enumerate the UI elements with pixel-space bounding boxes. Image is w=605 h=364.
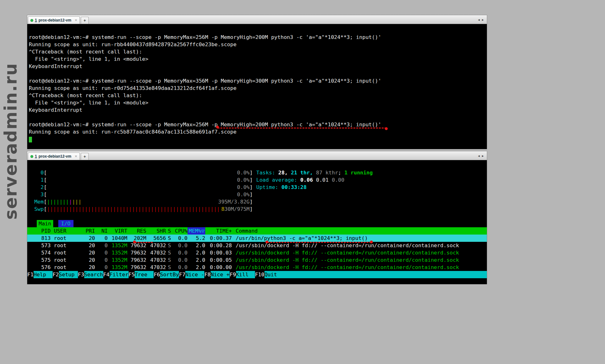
meter-value: 395M/3.82G [218, 198, 250, 205]
annotation-underline-res [135, 242, 153, 243]
column-header-user[interactable]: USER [51, 227, 82, 235]
tab-title: prox-debian12-vm [39, 18, 71, 22]
fn-tree-button[interactable]: F5Tree [129, 271, 154, 278]
tab-bar-top: 1 prox-debian12-vm × + ◂ ▸ [27, 15, 487, 24]
meter-value: 30M/975M [225, 206, 250, 212]
fn-nice-minus-button[interactable]: F7Nice - [179, 271, 204, 278]
column-header-pid[interactable]: PID [34, 227, 51, 235]
tasks-threads: 21 thr, [291, 170, 316, 176]
cell-res: 79632 [127, 242, 146, 249]
terminal-line: Running scope as unit: run-r0d75d41353e8… [29, 85, 484, 92]
meter-bracket: ] [250, 191, 253, 198]
process-row[interactable]: 576 root 20 0 1352M 79632 47032 S 0.0 2.… [27, 264, 487, 271]
cell-ni: 0 [95, 235, 108, 242]
screen-tab-io[interactable]: I/O [58, 220, 73, 227]
meter-bracket: ] [250, 184, 253, 191]
process-row[interactable]: 573 root 20 0 1352M 79632 47032 S 0.0 2.… [27, 242, 487, 249]
cell-shr: 5656 [146, 235, 166, 242]
fn-sortby-button[interactable]: F6SortBy [154, 271, 179, 278]
process-row[interactable]: 575 root 20 0 1352M 79632 47032 S 0.0 2.… [27, 256, 487, 264]
column-header-time[interactable]: TIME+ [205, 227, 232, 235]
cell-shr: 47032 [146, 242, 166, 249]
terminal-line: Running scope as unit: run-rc5b877aac0c8… [29, 128, 484, 135]
fn-filter-button[interactable]: F4Filter [103, 271, 129, 278]
cell-user: root [51, 242, 82, 249]
cell-res: 79632 [127, 256, 146, 264]
fn-label: Setup [59, 271, 78, 278]
meter-value: 0.0% [237, 176, 250, 184]
tab-close-icon[interactable]: × [75, 155, 77, 158]
tab-prox-debian12-vm[interactable]: 1 prox-debian12-vm × [28, 16, 80, 24]
process-row[interactable]: 574 root 20 0 1352M 79632 47032 S 0.0 2.… [27, 249, 487, 256]
column-header-ni[interactable]: NI [95, 227, 108, 235]
cell-command: /usr/sbin/dockerd -H fd:// --containerd=… [232, 249, 487, 256]
cell-shr: 47032 [146, 256, 166, 264]
tab-prox-debian12-vm[interactable]: 1 prox-debian12-vm × [28, 153, 80, 160]
new-tab-button[interactable]: + [81, 153, 89, 160]
uptime-value: 00:33:28 [281, 184, 306, 190]
tab-index: 1 [35, 154, 37, 159]
cpu-meter-0: 0[0.0%] [34, 169, 253, 176]
tab-scroll-left-icon[interactable]: ◂ [478, 18, 480, 22]
column-header-command[interactable]: Command [232, 227, 487, 235]
terminal-window-bottom: 1 prox-debian12-vm × + ◂ ▸ 0[0.0%] 1[0.0… [27, 151, 487, 284]
process-row-selected[interactable]: 813 root 20 0 1040M 202M 5656 S 0.0 5.2 … [27, 235, 487, 242]
meter-label: Mem [34, 198, 44, 205]
fn-key: F6 [154, 271, 160, 278]
screen-tab-main[interactable]: Main [37, 220, 53, 227]
tab-close-icon[interactable]: × [75, 19, 77, 22]
memory-meter: Mem[|||||||||||395M/3.82G] [34, 198, 253, 205]
column-header-virt[interactable]: VIRT [108, 227, 127, 235]
terminal-screen-top[interactable]: root@debian12-vm:~# systemd-run --scope … [27, 24, 487, 149]
fn-search-button[interactable]: F3Search [78, 271, 103, 278]
cell-ni: 0 [95, 249, 108, 256]
annotation-dot [370, 241, 373, 243]
cell-pid: 573 [34, 242, 51, 249]
tab-scroll-right-icon[interactable]: ▸ [482, 154, 484, 158]
load-15min: 0.00 [332, 177, 344, 183]
cell-ni: 0 [95, 256, 108, 264]
terminal-line-annotated: root@debian12-vm:~# systemd-run --scope … [29, 121, 484, 128]
cell-state: S [166, 242, 173, 249]
fn-quit-button[interactable]: F10Quit [255, 271, 283, 278]
column-header-res[interactable]: RES [127, 227, 146, 235]
cell-time: 0:00.03 [205, 249, 232, 256]
cell-pri: 20 [82, 256, 95, 264]
column-header-pri[interactable]: PRI [82, 227, 95, 235]
tab-scroll-left-icon[interactable]: ◂ [478, 154, 480, 158]
terminal-line: File "<string>", line 1, in <module> [29, 99, 484, 106]
column-header-shr[interactable]: SHR [146, 227, 166, 235]
column-header-state[interactable]: S [166, 227, 173, 235]
tab-scroll-right-icon[interactable]: ▸ [482, 18, 484, 22]
cell-cpu: 0.0 [173, 242, 188, 249]
memory-bars-used: ||||||| [47, 199, 69, 205]
meter-bracket: [ [44, 198, 47, 205]
fn-setup-button[interactable]: F2Setup [53, 271, 78, 278]
fn-label: Kill [236, 271, 255, 278]
fn-nice-plus-button[interactable]: F8Nice + [204, 271, 230, 278]
function-key-bar: F1Help F2Setup F3Search F4Filter F5Tree … [27, 271, 487, 278]
swap-bars-used: ||||||||||||||||||||||||||||||||||||||||… [47, 206, 221, 212]
meter-label: 0 [34, 169, 44, 176]
cell-cpu: 0.0 [173, 264, 188, 271]
fn-label: Nice + [211, 271, 230, 278]
cell-res: 79632 [127, 249, 146, 256]
terminal-line: root@debian12-vm:~# systemd-run --scope … [29, 34, 484, 41]
cell-state: S [166, 235, 173, 242]
fn-kill-button[interactable]: F9Kill [230, 271, 255, 278]
cell-cpu: 0.0 [173, 249, 188, 256]
meter-bracket: ] [250, 176, 253, 184]
column-header-cpu[interactable]: CPU% [173, 227, 188, 235]
tab-status-dot-icon [30, 19, 33, 22]
cell-user: root [51, 256, 82, 264]
htop-screen[interactable]: 0[0.0%] 1[0.0%] 2[0.0%] 3[0.0%] Mem[||||… [27, 160, 487, 284]
cell-command: /usr/sbin/dockerd -H fd:// --containerd=… [232, 242, 487, 249]
watermark-text: serveradmin.ru [1, 79, 21, 220]
cell-mem: 5.2 [188, 235, 205, 242]
column-header-mem-sort[interactable]: MEM%▽ [188, 227, 205, 235]
annotation-dot [133, 241, 136, 243]
fn-help-button[interactable]: F1Help [27, 271, 53, 278]
fn-label: Quit [264, 271, 283, 278]
new-tab-button[interactable]: + [81, 17, 89, 24]
cell-mem: 2.0 [188, 249, 205, 256]
